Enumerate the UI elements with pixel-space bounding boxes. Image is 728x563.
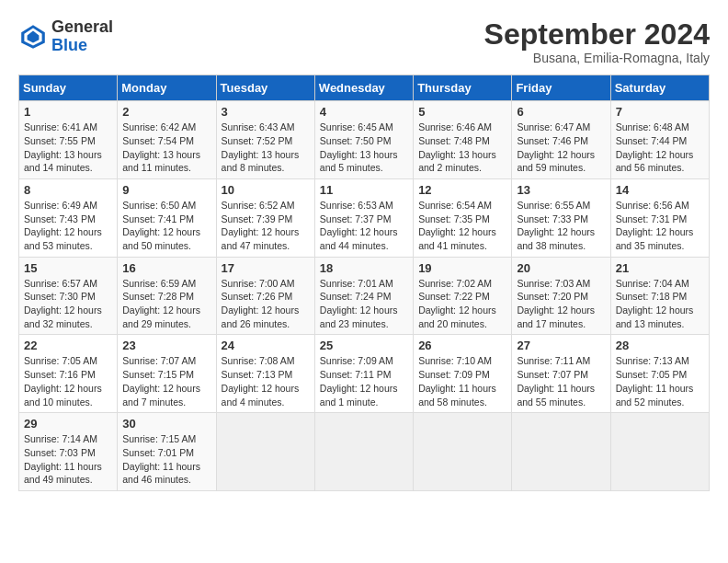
day-info: Sunrise: 7:09 AM Sunset: 7:11 PM Dayligh… [320,354,408,408]
calendar-cell [216,413,314,491]
day-info: Sunrise: 6:55 AM Sunset: 7:33 PM Dayligh… [517,199,605,253]
calendar-cell [414,413,512,491]
calendar-cell: 6Sunrise: 6:47 AM Sunset: 7:46 PM Daylig… [512,101,610,179]
day-info: Sunrise: 6:42 AM Sunset: 7:54 PM Dayligh… [122,121,210,175]
col-monday: Monday [118,75,216,101]
calendar-cell [512,413,610,491]
day-number: 7 [616,105,704,119]
day-number: 24 [222,339,310,352]
day-number: 16 [122,261,210,275]
calendar-cell [610,413,709,491]
day-number: 29 [24,417,112,431]
location-subtitle: Busana, Emilia-Romagna, Italy [484,51,710,65]
day-number: 15 [24,261,112,275]
day-number: 2 [122,105,210,119]
col-tuesday: Tuesday [216,75,314,101]
day-number: 1 [24,105,112,119]
calendar-cell: 7Sunrise: 6:48 AM Sunset: 7:44 PM Daylig… [610,101,709,179]
calendar-cell: 16Sunrise: 6:59 AM Sunset: 7:28 PM Dayli… [118,257,216,335]
day-number: 9 [122,183,210,197]
day-info: Sunrise: 6:54 AM Sunset: 7:35 PM Dayligh… [418,199,506,253]
day-info: Sunrise: 6:52 AM Sunset: 7:39 PM Dayligh… [222,199,310,253]
day-number: 20 [517,261,605,275]
calendar-cell: 11Sunrise: 6:53 AM Sunset: 7:37 PM Dayli… [314,178,413,257]
calendar-cell: 9Sunrise: 6:50 AM Sunset: 7:41 PM Daylig… [118,178,216,257]
calendar-cell: 19Sunrise: 7:02 AM Sunset: 7:22 PM Dayli… [414,257,512,335]
calendar-cell: 28Sunrise: 7:13 AM Sunset: 7:05 PM Dayli… [610,335,709,413]
calendar-week-4: 22Sunrise: 7:05 AM Sunset: 7:16 PM Dayli… [19,335,710,413]
day-info: Sunrise: 6:45 AM Sunset: 7:50 PM Dayligh… [320,121,408,175]
day-number: 25 [320,339,408,352]
header-row: Sunday Monday Tuesday Wednesday Thursday… [19,75,710,101]
day-number: 13 [517,183,605,197]
logo-blue: Blue [51,36,87,54]
calendar-cell: 18Sunrise: 7:01 AM Sunset: 7:24 PM Dayli… [314,257,413,335]
calendar-cell: 24Sunrise: 7:08 AM Sunset: 7:13 PM Dayli… [216,335,314,413]
calendar-cell: 23Sunrise: 7:07 AM Sunset: 7:15 PM Dayli… [118,335,216,413]
col-wednesday: Wednesday [314,75,413,101]
day-number: 8 [24,183,112,197]
day-number: 30 [122,417,210,431]
logo-text: General Blue [51,18,113,55]
calendar-cell: 26Sunrise: 7:10 AM Sunset: 7:09 PM Dayli… [414,335,512,413]
calendar-cell: 21Sunrise: 7:04 AM Sunset: 7:18 PM Dayli… [610,257,709,335]
calendar-cell: 3Sunrise: 6:43 AM Sunset: 7:52 PM Daylig… [216,101,314,179]
calendar-cell [314,413,413,491]
day-info: Sunrise: 7:13 AM Sunset: 7:05 PM Dayligh… [616,354,704,408]
day-number: 10 [222,183,310,197]
day-info: Sunrise: 7:07 AM Sunset: 7:15 PM Dayligh… [122,354,210,408]
day-number: 17 [222,261,310,275]
day-info: Sunrise: 7:11 AM Sunset: 7:07 PM Dayligh… [517,354,605,408]
day-info: Sunrise: 7:08 AM Sunset: 7:13 PM Dayligh… [222,354,310,408]
calendar-cell: 27Sunrise: 7:11 AM Sunset: 7:07 PM Dayli… [512,335,610,413]
logo-general: General [51,17,113,36]
day-info: Sunrise: 7:02 AM Sunset: 7:22 PM Dayligh… [418,277,506,331]
day-info: Sunrise: 7:14 AM Sunset: 7:03 PM Dayligh… [24,432,112,487]
day-info: Sunrise: 7:05 AM Sunset: 7:16 PM Dayligh… [24,354,112,408]
day-number: 3 [222,105,310,119]
day-number: 11 [320,183,408,197]
calendar-cell: 15Sunrise: 6:57 AM Sunset: 7:30 PM Dayli… [19,257,118,335]
title-block: September 2024 Busana, Emilia-Romagna, I… [484,18,710,65]
calendar-cell: 1Sunrise: 6:41 AM Sunset: 7:55 PM Daylig… [19,101,118,179]
day-info: Sunrise: 7:01 AM Sunset: 7:24 PM Dayligh… [320,277,408,331]
day-info: Sunrise: 6:48 AM Sunset: 7:44 PM Dayligh… [616,121,704,175]
day-info: Sunrise: 7:04 AM Sunset: 7:18 PM Dayligh… [616,277,704,331]
day-number: 18 [320,261,408,275]
day-number: 5 [418,105,506,119]
day-info: Sunrise: 7:00 AM Sunset: 7:26 PM Dayligh… [222,277,310,331]
day-info: Sunrise: 6:49 AM Sunset: 7:43 PM Dayligh… [24,199,112,253]
calendar-cell: 14Sunrise: 6:56 AM Sunset: 7:31 PM Dayli… [610,178,709,257]
calendar-cell: 22Sunrise: 7:05 AM Sunset: 7:16 PM Dayli… [19,335,118,413]
day-info: Sunrise: 6:50 AM Sunset: 7:41 PM Dayligh… [122,199,210,253]
col-friday: Friday [512,75,610,101]
day-info: Sunrise: 6:43 AM Sunset: 7:52 PM Dayligh… [222,121,310,175]
day-number: 23 [122,339,210,352]
day-number: 21 [616,261,704,275]
day-info: Sunrise: 6:47 AM Sunset: 7:46 PM Dayligh… [517,121,605,175]
calendar-cell: 5Sunrise: 6:46 AM Sunset: 7:48 PM Daylig… [414,101,512,179]
day-number: 4 [320,105,408,119]
day-info: Sunrise: 6:56 AM Sunset: 7:31 PM Dayligh… [616,199,704,253]
col-sunday: Sunday [19,75,118,101]
calendar-cell: 2Sunrise: 6:42 AM Sunset: 7:54 PM Daylig… [118,101,216,179]
day-number: 19 [418,261,506,275]
col-thursday: Thursday [414,75,512,101]
calendar-week-3: 15Sunrise: 6:57 AM Sunset: 7:30 PM Dayli… [19,257,710,335]
calendar-cell: 4Sunrise: 6:45 AM Sunset: 7:50 PM Daylig… [314,101,413,179]
day-info: Sunrise: 7:03 AM Sunset: 7:20 PM Dayligh… [517,277,605,331]
day-info: Sunrise: 6:59 AM Sunset: 7:28 PM Dayligh… [122,277,210,331]
calendar-week-5: 29Sunrise: 7:14 AM Sunset: 7:03 PM Dayli… [19,413,710,491]
day-number: 22 [24,339,112,352]
day-number: 12 [418,183,506,197]
day-info: Sunrise: 6:46 AM Sunset: 7:48 PM Dayligh… [418,121,506,175]
calendar-week-1: 1Sunrise: 6:41 AM Sunset: 7:55 PM Daylig… [19,101,710,179]
calendar-cell: 12Sunrise: 6:54 AM Sunset: 7:35 PM Dayli… [414,178,512,257]
calendar-cell: 20Sunrise: 7:03 AM Sunset: 7:20 PM Dayli… [512,257,610,335]
day-number: 27 [517,339,605,352]
day-number: 6 [517,105,605,119]
calendar-cell: 17Sunrise: 7:00 AM Sunset: 7:26 PM Dayli… [216,257,314,335]
calendar-table: Sunday Monday Tuesday Wednesday Thursday… [18,75,710,491]
calendar-cell: 10Sunrise: 6:52 AM Sunset: 7:39 PM Dayli… [216,178,314,257]
calendar-cell: 8Sunrise: 6:49 AM Sunset: 7:43 PM Daylig… [19,178,118,257]
